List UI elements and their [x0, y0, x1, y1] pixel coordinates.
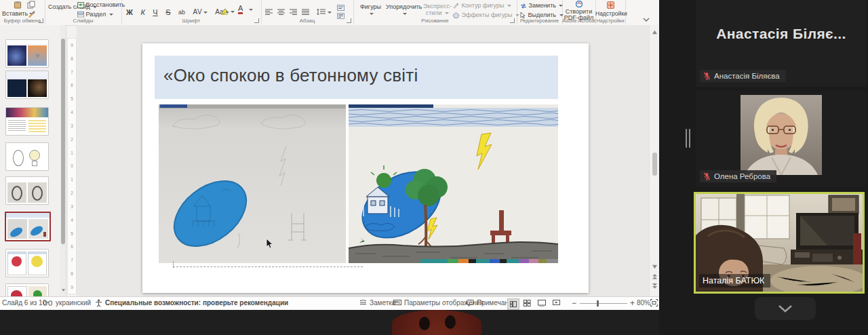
scrollbar-thumb[interactable]: [652, 153, 657, 176]
fit-slide-icon[interactable]: [650, 299, 658, 307]
new-slide-button[interactable]: Создать слайд: [48, 3, 75, 10]
zoom-participants-panel: Анастасія Біляє... Анастасія Біляєва: [659, 0, 868, 335]
slide-counter: Слайд 6 из 10: [2, 299, 46, 307]
reset-icon: [77, 2, 84, 8]
drawing-photo-faint[interactable]: [159, 104, 346, 263]
shape-outline-button[interactable]: Контур фигуры: [452, 2, 511, 9]
slide-thumbnail-4[interactable]: [5, 142, 49, 171]
align-center-button[interactable]: [277, 6, 285, 18]
selection-dashed-border: [173, 267, 363, 267]
panel-resize-handle[interactable]: [686, 129, 687, 148]
collapse-ribbon-chevron-icon[interactable]: [643, 18, 650, 22]
collapse-panel-button[interactable]: [755, 297, 816, 320]
quick-styles-button[interactable]: Экспресс-стили: [423, 3, 452, 16]
zoom-slider-thumb[interactable]: [597, 300, 599, 307]
line-spacing-button[interactable]: [317, 6, 332, 18]
background-window-artwork: [392, 310, 481, 335]
next-slide-icon[interactable]: [652, 283, 658, 289]
addins-group-label: Надстройки: [595, 18, 625, 24]
underline-button[interactable]: Ч: [153, 8, 157, 16]
drawing-group-label: Рисование: [353, 18, 517, 24]
slide-thumbnail-5[interactable]: [5, 176, 49, 205]
slide[interactable]: «Око спокою в бетонному світі: [142, 43, 589, 293]
spellcheck-icon[interactable]: [43, 300, 52, 307]
vertical-ruler[interactable]: 9876543210123456789: [67, 38, 77, 294]
character-spacing-button[interactable]: АV: [193, 8, 207, 16]
reset-slide-button[interactable]: Восстановить: [77, 1, 125, 8]
participant-tile-2[interactable]: Олена Реброва: [696, 91, 867, 187]
bold-button[interactable]: Ж: [126, 8, 133, 16]
zoom-level[interactable]: 80%: [637, 299, 650, 307]
zoom-out-button[interactable]: −: [572, 298, 576, 308]
pencil-icon: [452, 3, 460, 9]
slide-title: «Око спокою в бетонному світі: [163, 65, 418, 86]
replace-button[interactable]: Заменить: [520, 2, 563, 9]
reading-view-button[interactable]: [538, 300, 546, 308]
drawing-dialog-launcher[interactable]: [510, 18, 515, 23]
thumbnail-scroll-down-icon[interactable]: [61, 288, 66, 292]
slide-thumbnail-2[interactable]: [5, 71, 49, 99]
align-right-button[interactable]: [290, 6, 298, 18]
justify-button[interactable]: [302, 6, 310, 18]
paragraph-dialog-launcher[interactable]: [347, 18, 351, 23]
ribbon-group-editing: Заменить Выделить Редактирование: [517, 0, 563, 24]
participant-tile-3-active-speaker[interactable]: Наталія БАТЮК: [694, 192, 865, 294]
font-color-dropdown[interactable]: [249, 9, 253, 11]
slide-thumbnail-8[interactable]: [5, 283, 49, 296]
thumbnail-scrollbar[interactable]: [60, 25, 66, 296]
slide-sorter-view-button[interactable]: [524, 300, 531, 308]
slide-thumbnail-7[interactable]: [5, 249, 49, 277]
copy-icon[interactable]: [27, 1, 35, 9]
previous-slide-icon[interactable]: [652, 273, 658, 279]
paragraph-group-label: Абзац: [261, 18, 353, 24]
muted-mic-icon: [703, 72, 711, 80]
scroll-down-icon[interactable]: [652, 264, 658, 270]
italic-button[interactable]: К: [140, 8, 144, 16]
editing-canvas: «Око спокою в бетонному світі: [77, 25, 649, 296]
highlight-color-button[interactable]: [220, 5, 235, 18]
section-button[interactable]: Раздел: [77, 11, 113, 18]
font-dialog-launcher[interactable]: [254, 18, 259, 23]
language-indicator[interactable]: украинский: [56, 299, 91, 307]
scroll-up-icon[interactable]: [652, 29, 658, 35]
normal-view-button[interactable]: [507, 298, 519, 310]
participant-name-label: Олена Реброва: [700, 170, 776, 182]
notes-button[interactable]: Заметки: [359, 299, 395, 307]
participant-name-label: Наталія БАТЮК: [699, 274, 770, 288]
strikethrough-button[interactable]: S: [165, 8, 170, 16]
accessibility-status[interactable]: Специальные возможности: проверьте реком…: [105, 299, 288, 307]
highlighter-icon: [220, 7, 229, 15]
participant-tile-1[interactable]: Анастасія Біляє... Анастасія Біляєва: [696, 0, 867, 87]
slide-thumbnail-panel: ♥: [0, 25, 66, 296]
ppt-vertical-scrollbar[interactable]: [649, 25, 659, 296]
font-color-button[interactable]: А: [238, 5, 243, 14]
addins-button[interactable]: Надстройки: [595, 1, 625, 17]
accessibility-icon[interactable]: [95, 299, 102, 307]
selection-dashed-tick: [173, 261, 174, 268]
zoom-in-button[interactable]: +: [630, 298, 635, 308]
zoom-slider-track[interactable]: [580, 303, 627, 304]
slide-thumbnail-6-selected[interactable]: [5, 212, 51, 241]
ribbon-group-paragraph: Абзац: [261, 0, 354, 24]
display-options-icon: [393, 300, 401, 307]
slide-thumbnail-3[interactable]: [5, 107, 49, 136]
text-shadow-button[interactable]: ab: [178, 9, 185, 16]
participant-display-name: Анастасія Біляє...: [696, 26, 867, 42]
drawing-photo-colored[interactable]: [349, 104, 558, 263]
slide-thumbnail-1[interactable]: ♥: [5, 39, 49, 68]
ribbon-group-drawing: Фигуры Упорядочить Экспресс-стили Контур…: [353, 0, 517, 24]
addins-icon: [607, 1, 614, 9]
chevron-down-icon: [778, 304, 793, 313]
ribbon-group-slides: Создать слайд Восстановить Раздел Слайды: [45, 0, 122, 24]
acrobat-icon: [576, 1, 583, 7]
slideshow-view-button[interactable]: [553, 300, 560, 308]
align-left-button[interactable]: [265, 6, 273, 18]
font-group-label: Шрифт: [121, 18, 261, 24]
clipboard-icon: [14, 1, 22, 9]
panel-resize-handle[interactable]: [689, 129, 690, 148]
clipboard-dialog-launcher[interactable]: [39, 18, 43, 23]
arrange-button[interactable]: Упорядочить: [386, 3, 422, 17]
slide-title-placeholder[interactable]: «Око спокою в бетонному світі: [155, 56, 558, 99]
shapes-button[interactable]: Фигуры: [360, 3, 381, 17]
slides-group-label: Слайды: [45, 18, 121, 24]
